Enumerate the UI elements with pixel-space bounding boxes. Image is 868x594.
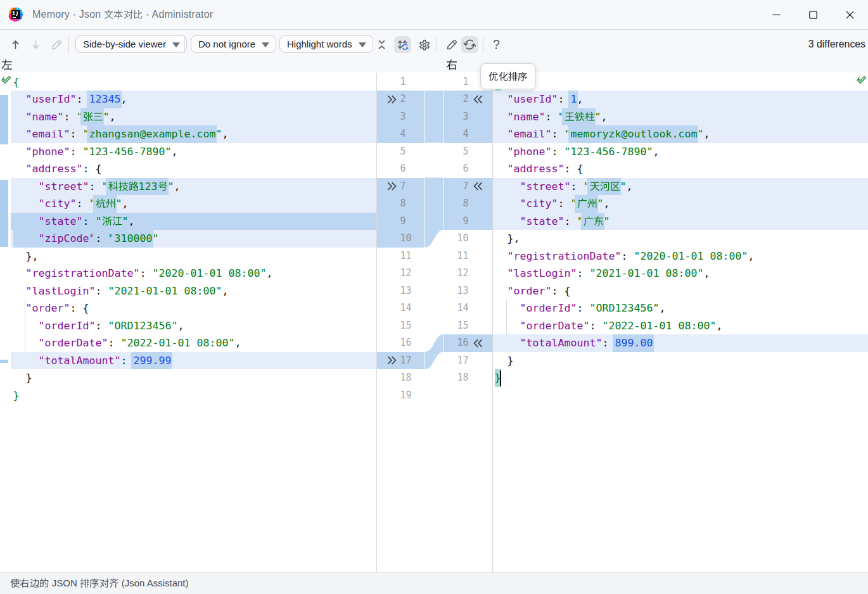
left-line-number: 13 [400, 282, 424, 300]
intellij-idea-logo-icon [8, 7, 23, 22]
ignore-policy-label: Do not ignore [191, 39, 255, 49]
code-line[interactable]: } [493, 352, 868, 370]
code-line[interactable]: "address": { [11, 160, 376, 178]
code-line[interactable]: "totalAmount": 299.99 [11, 352, 376, 370]
cjk-glyph [83, 111, 93, 122]
apply-right-chevron-icon[interactable] [386, 356, 397, 365]
chevron-down-icon [359, 42, 366, 47]
code-line[interactable]: { [11, 73, 376, 91]
code-line[interactable]: "street": "", [493, 178, 868, 196]
code-line[interactable]: "email": "memoryzk@outlook.com", [493, 125, 868, 143]
edit-json-button[interactable] [443, 36, 460, 53]
left-line-number: 5 [400, 143, 424, 161]
code-line[interactable]: "email": "zhangsan@example.com", [11, 125, 376, 143]
code-line[interactable]: } [493, 369, 868, 387]
text-caret [500, 370, 501, 386]
window-title: Memory - Json - Administrator [32, 0, 213, 29]
code-line[interactable]: "phone": "123-456-7890", [493, 143, 868, 161]
left-editor[interactable]: { "userId": 12345, "name": "", "email": … [11, 73, 376, 405]
cjk-glyph [106, 198, 116, 208]
code-line[interactable]: { [493, 73, 868, 91]
next-difference-button[interactable] [27, 36, 44, 53]
previous-difference-button[interactable] [7, 36, 24, 53]
code-line[interactable]: "street": "123", [11, 178, 376, 196]
right-line-number: 5 [444, 143, 469, 161]
diff-content: 1234567891011121314151617181912345678910… [0, 73, 868, 572]
cjk-glyph [104, 9, 113, 19]
viewer-mode-dropdown[interactable]: Side-by-side viewer [75, 35, 187, 53]
apply-right-chevron-icon[interactable] [386, 182, 397, 191]
optimize-sort-button[interactable] [461, 36, 478, 53]
code-line[interactable]: "name": "", [11, 108, 376, 126]
left-scroll-stripe-mark [0, 180, 8, 248]
edit-pencil-icon [445, 39, 458, 51]
code-line[interactable]: "userId": 12345, [11, 91, 376, 108]
cjk-glyph [577, 198, 587, 208]
code-line[interactable]: "address": { [493, 160, 868, 178]
right-line-number: 4 [444, 125, 469, 143]
cjk-glyph [584, 216, 594, 226]
cjk-glyph [133, 9, 143, 19]
right-line-number: 14 [444, 300, 469, 317]
right-editor[interactable]: { "userId": 1, "name": "", "email": "mem… [493, 73, 868, 387]
right-editor-border [492, 73, 493, 572]
right-line-number: 15 [444, 317, 469, 335]
code-line[interactable]: "state": "" [493, 213, 868, 231]
maximize-button[interactable] [795, 0, 831, 29]
cjk-glyph [600, 181, 610, 191]
left-line-number: 8 [400, 195, 424, 213]
code-line[interactable]: } [11, 387, 376, 405]
apply-left-chevron-icon[interactable] [473, 95, 483, 104]
highlight-mode-dropdown[interactable]: Highlight words [279, 35, 373, 53]
code-line[interactable]: "order": { [11, 300, 376, 317]
close-button[interactable] [831, 0, 868, 29]
cjk-glyph [118, 181, 129, 191]
viewer-mode-label: Side-by-side viewer [76, 39, 166, 49]
code-line[interactable]: "orderDate": "2022-01-01 08:00", [11, 334, 376, 352]
optimize-sort-tooltip [480, 63, 536, 89]
cjk-glyph [113, 9, 123, 19]
code-line[interactable]: "phone": "123-456-7890", [11, 143, 376, 161]
code-line[interactable]: "name": "", [493, 108, 868, 126]
differences-count: 3 differences [808, 30, 865, 60]
code-line[interactable]: "city": "", [493, 195, 868, 213]
diff-settings-button[interactable] [416, 36, 433, 53]
code-line[interactable]: "order": { [493, 282, 868, 300]
help-icon: ? [493, 37, 500, 52]
code-line[interactable]: "city": "", [11, 195, 376, 213]
apply-left-chevron-icon[interactable] [473, 182, 483, 191]
left-gutter-border [376, 73, 377, 572]
code-line[interactable]: "orderId": "ORD123456", [11, 317, 376, 335]
code-line[interactable]: }, [11, 248, 376, 265]
code-line[interactable]: "totalAmount": 899.00 [493, 334, 868, 352]
code-line[interactable]: "orderDate": "2022-01-01 08:00", [493, 317, 868, 335]
apply-right-chevron-icon[interactable] [386, 95, 397, 104]
right-line-number: 16 [444, 334, 469, 352]
status-bar: JSON (Json Assistant) [0, 572, 868, 594]
help-button[interactable]: ? [488, 36, 505, 53]
code-line[interactable]: "lastLogin": "2021-01-01 08:00", [493, 265, 868, 282]
collapse-unchanged-button[interactable] [373, 36, 390, 53]
auto-sort-toggle-button[interactable] [394, 36, 411, 53]
code-line[interactable]: "registrationDate": "2020-01-01 08:00", [493, 248, 868, 265]
pencil-icon [50, 39, 63, 51]
code-line[interactable]: }, [493, 230, 868, 248]
code-line[interactable]: "state": "", [11, 213, 376, 231]
left-line-number: 14 [400, 300, 424, 317]
minimize-button[interactable] [758, 0, 795, 29]
ignore-policy-dropdown[interactable]: Do not ignore [191, 35, 276, 53]
code-line[interactable]: "orderId": "ORD123456", [493, 300, 868, 317]
left-line-number: 1 [400, 73, 424, 91]
code-line[interactable]: "registrationDate": "2020-01-01 08:00", [11, 265, 376, 282]
minimize-icon [772, 10, 781, 20]
code-line[interactable]: "zipCode": "310000" [11, 230, 376, 248]
code-line[interactable]: "lastLogin": "2021-01-01 08:00", [11, 282, 376, 300]
code-line[interactable]: "userId": 1, [493, 91, 868, 108]
apply-left-chevron-icon[interactable] [473, 339, 483, 348]
chevron-down-icon [262, 42, 269, 47]
edit-source-button-disabled[interactable] [48, 36, 65, 53]
cjk-glyph [499, 72, 508, 81]
cjk-glyph [575, 111, 585, 122]
cjk-glyph [594, 216, 604, 226]
code-line[interactable]: } [11, 369, 376, 387]
